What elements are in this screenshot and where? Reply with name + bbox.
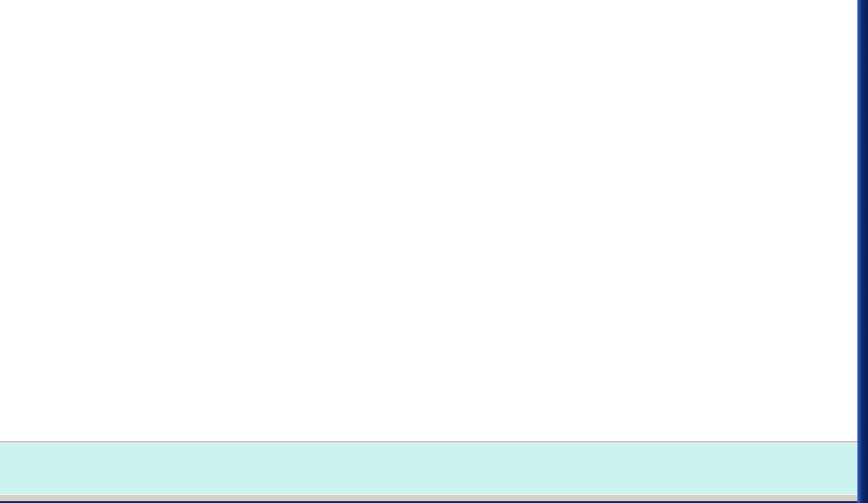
window-edge-right <box>857 0 868 503</box>
weather-day-chart <box>0 0 868 444</box>
stats-table-background <box>0 444 868 494</box>
weather-app-window <box>0 0 868 503</box>
